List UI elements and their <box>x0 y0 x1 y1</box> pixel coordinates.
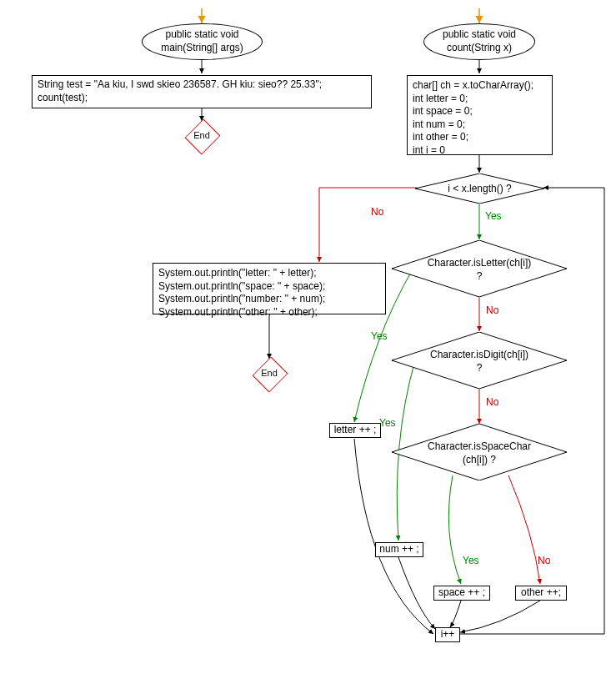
count-function-ellipse: public static void count(String x) <box>423 23 535 60</box>
edge-label-isletter-yes: Yes <box>371 330 388 342</box>
edge-label-isspace-no: No <box>538 555 550 566</box>
edge-label-isdigit-no: No <box>486 396 498 408</box>
count-init-block: char[] ch = x.toCharArray(); int letter … <box>407 75 553 155</box>
count-function-label: public static void count(String x) <box>443 28 516 54</box>
main-end-terminator: End <box>187 123 217 148</box>
count-init-text: char[] ch = x.toCharArray(); int letter … <box>413 79 533 158</box>
isdigit-diamond: Character.isDigit(ch[i]) ? <box>392 332 567 389</box>
count-end-label: End <box>254 368 284 378</box>
isspace-label: Character.isSpaceChar (ch[i]) ? <box>392 440 567 466</box>
edge-label-loop-no: No <box>371 206 383 218</box>
edge-label-isspace-yes: Yes <box>463 555 479 566</box>
stmt-other-text: other ++; <box>521 586 561 600</box>
stmt-space-text: space ++ ; <box>438 586 485 600</box>
stmt-other-incr: other ++; <box>515 586 567 601</box>
stmt-space-incr: space ++ ; <box>433 586 490 601</box>
isletter-diamond: Character.isLetter(ch[i]) ? <box>392 240 567 297</box>
count-end-terminator: End <box>254 361 284 386</box>
edge-label-isdigit-yes: Yes <box>379 417 396 429</box>
print-block: System.out.println("letter: " + letter);… <box>153 263 386 314</box>
edge-label-isletter-no: No <box>486 304 498 316</box>
main-function-ellipse: public static void main(String[] args) <box>142 23 263 60</box>
loop-condition-diamond: i < x.length() ? <box>415 174 544 204</box>
edge-label-loop-yes: Yes <box>485 210 502 222</box>
main-statement-block: String test = "Aa kiu, I swd skieo 23658… <box>32 75 372 108</box>
stmt-letter-text: letter ++ ; <box>334 424 377 437</box>
isdigit-label: Character.isDigit(ch[i]) ? <box>392 349 567 375</box>
main-function-label: public static void main(String[] args) <box>161 28 243 54</box>
stmt-num-incr: num ++ ; <box>375 542 423 557</box>
main-statement-text: String test = "Aa kiu, I swd skieo 23658… <box>38 78 322 104</box>
stmt-i-text: i++ <box>441 628 455 641</box>
main-end-label: End <box>187 130 217 140</box>
stmt-num-text: num ++ ; <box>379 543 418 556</box>
stmt-letter-incr: letter ++ ; <box>329 423 381 438</box>
print-block-text: System.out.println("letter: " + letter);… <box>158 267 325 319</box>
isspace-diamond: Character.isSpaceChar (ch[i]) ? <box>392 424 567 480</box>
loop-condition-label: i < x.length() ? <box>415 183 544 196</box>
stmt-i-incr: i++ <box>435 627 460 642</box>
isletter-label: Character.isLetter(ch[i]) ? <box>392 257 567 283</box>
